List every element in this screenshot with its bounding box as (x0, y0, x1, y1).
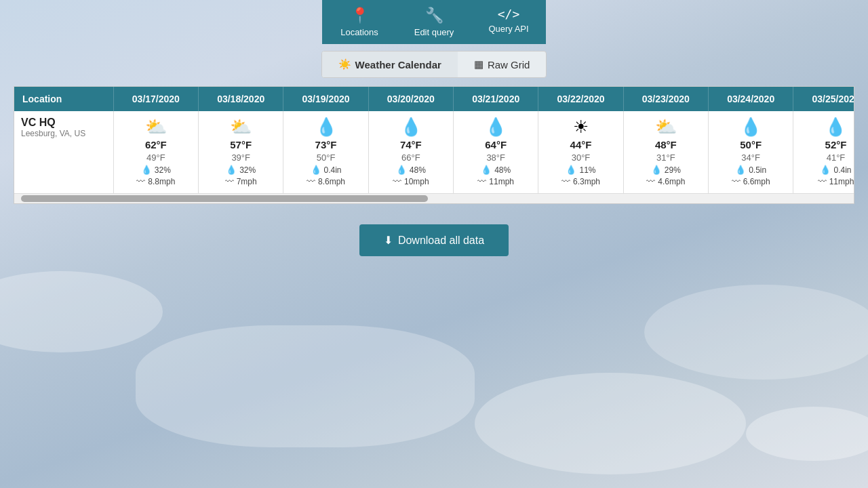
precip-icon: 💧 (820, 165, 831, 175)
date-header: 03/18/2020 (199, 87, 283, 111)
humidity-icon: 💧 (226, 165, 237, 175)
wind-value: 11mph (829, 177, 854, 186)
temp-low: 66°F (401, 152, 420, 163)
wind-value: 6.3mph (573, 177, 600, 186)
wind-icon: 〰 (646, 176, 655, 186)
temp-high: 44°F (570, 139, 592, 150)
wind-value: 8.6mph (318, 177, 345, 186)
precip-icon: 💧 (311, 165, 321, 175)
humidity-icon: 💧 (141, 165, 152, 175)
location-name: VC HQ (21, 117, 106, 129)
grid-icon: ▦ (474, 58, 484, 70)
scrollbar[interactable] (14, 194, 854, 203)
date-header: 03/22/2020 (538, 87, 623, 111)
temp-high: 48°F (655, 139, 677, 150)
raw-grid-label: Raw Grid (488, 59, 530, 70)
date-header: 03/25/2020 (793, 87, 854, 111)
temp-low: 39°F (231, 152, 250, 163)
day-cell: 💧 74°F 66°F 💧48% 〰10mph (368, 111, 453, 194)
weather-table: Location 03/17/202003/18/202003/19/20200… (14, 87, 854, 194)
download-all-data-button[interactable]: ⬇ Download all data (359, 224, 509, 256)
humidity-value: 32% (239, 165, 256, 175)
temp-low: 38°F (486, 152, 505, 163)
wind-icon: 〰 (393, 176, 401, 186)
day-cell: ⛅ 57°F 39°F 💧32% 〰7mph (199, 111, 283, 194)
download-label: Download all data (398, 235, 484, 247)
locations-label: Locations (340, 27, 378, 37)
day-cell: 💧 50°F 34°F 💧0.5in 〰6.6mph (709, 111, 793, 194)
top-navigation: 📍 Locations 🔧 Edit query </> Query API (322, 0, 546, 44)
edit-query-button[interactable]: 🔧 Edit query (397, 0, 471, 44)
humidity-icon: 💧 (481, 165, 492, 175)
humidity-icon: 💧 (566, 165, 576, 175)
wind-value: 8.8mph (148, 177, 175, 186)
date-header: 03/17/2020 (113, 87, 198, 111)
day-cell: ☀ 44°F 30°F 💧11% 〰6.3mph (538, 111, 623, 194)
humidity-value: 48% (410, 165, 426, 175)
precip-value: 0.5in (749, 165, 766, 175)
wind-icon: 〰 (561, 176, 570, 186)
temp-high: 62°F (145, 139, 167, 150)
wrench-icon: 🔧 (425, 7, 443, 24)
humidity-value: 48% (494, 165, 511, 175)
wind-icon: 〰 (818, 176, 827, 186)
date-header: 03/23/2020 (623, 87, 708, 111)
wind-value: 7mph (237, 177, 257, 186)
precip-icon: 💧 (735, 165, 746, 175)
temp-high: 73°F (315, 139, 337, 150)
wind-value: 6.6mph (743, 177, 770, 186)
day-cell: ⛅ 62°F 49°F 💧32% 〰8.8mph (113, 111, 198, 194)
scrollbar-thumb[interactable] (21, 195, 428, 202)
table-row: VC HQ Leesburg, VA, US ⛅ 62°F 49°F 💧32% … (14, 111, 854, 194)
weather-condition-icon: 💧 (376, 117, 446, 138)
raw-grid-tab[interactable]: ▦ Raw Grid (458, 52, 547, 77)
humidity-value: 32% (155, 165, 171, 175)
location-cell: VC HQ Leesburg, VA, US (14, 111, 113, 194)
download-icon: ⬇ (384, 234, 393, 247)
date-header: 03/21/2020 (454, 87, 538, 111)
humidity-icon: 💧 (396, 165, 407, 175)
weather-condition-icon: ⛅ (121, 117, 191, 138)
temp-high: 50°F (740, 139, 762, 150)
wind-icon: 〰 (225, 176, 234, 186)
humidity-value: 29% (665, 165, 681, 175)
date-header: 03/20/2020 (368, 87, 453, 111)
wind-value: 4.6mph (658, 177, 685, 186)
code-icon: </> (498, 7, 520, 21)
date-header: 03/19/2020 (283, 87, 368, 111)
wind-icon: 〰 (136, 176, 145, 186)
date-header: 03/24/2020 (709, 87, 793, 111)
sun-icon: ☀️ (338, 58, 351, 70)
weather-condition-icon: ⛅ (631, 117, 701, 138)
temp-high: 57°F (230, 139, 252, 150)
humidity-value: 11% (579, 165, 595, 175)
day-cell: ⛅ 48°F 31°F 💧29% 〰4.6mph (623, 111, 708, 194)
locations-button[interactable]: 📍 Locations (322, 0, 397, 44)
day-cell: 💧 52°F 41°F 💧0.4in 〰11mph (793, 111, 854, 194)
location-subtitle: Leesburg, VA, US (21, 129, 106, 138)
temp-low: 50°F (317, 152, 336, 163)
wind-icon: 〰 (307, 176, 315, 186)
location-icon: 📍 (351, 7, 369, 24)
query-api-label: Query API (488, 24, 528, 34)
precip-value: 0.4in (324, 165, 342, 175)
edit-query-label: Edit query (414, 27, 454, 37)
weather-condition-icon: ⛅ (205, 117, 276, 138)
calendar-wrapper: Location 03/17/202003/18/202003/19/20200… (14, 86, 854, 204)
temp-low: 34°F (741, 152, 760, 163)
day-cell: 💧 73°F 50°F 💧0.4in 〰8.6mph (283, 111, 368, 194)
wind-icon: 〰 (477, 176, 486, 186)
temp-high: 52°F (825, 139, 847, 150)
weather-condition-icon: 💧 (800, 117, 854, 138)
view-toggle: ☀️ Weather Calendar ▦ Raw Grid (321, 51, 547, 78)
weather-calendar-tab[interactable]: ☀️ Weather Calendar (322, 52, 458, 77)
weather-condition-icon: 💧 (715, 117, 786, 138)
temp-low: 30°F (572, 152, 591, 163)
temp-low: 31°F (656, 152, 675, 163)
wind-value: 11mph (489, 177, 514, 186)
query-api-button[interactable]: </> Query API (471, 0, 546, 44)
precip-value: 0.4in (833, 165, 851, 175)
temp-low: 41°F (827, 152, 846, 163)
temp-low: 49°F (146, 152, 165, 163)
wind-icon: 〰 (732, 176, 741, 186)
